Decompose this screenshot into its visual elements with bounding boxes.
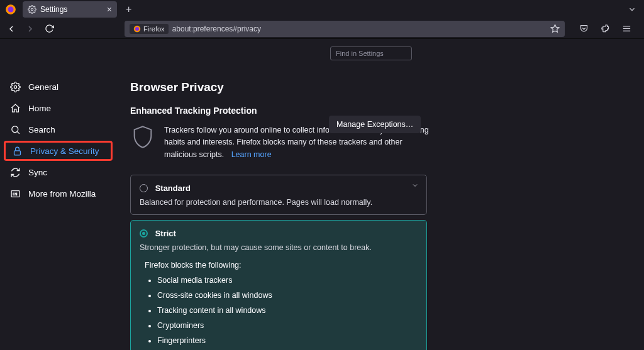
radio-standard[interactable] xyxy=(140,184,148,192)
svg-point-2 xyxy=(31,8,33,11)
svg-marker-5 xyxy=(551,25,559,32)
settings-content: General Home Search Privacy & Security S… xyxy=(0,39,644,350)
forward-icon xyxy=(24,23,36,35)
identity-box[interactable]: Firefox xyxy=(130,24,169,34)
sidebar-label: Home xyxy=(28,104,51,113)
block-item: Cross-site cookies in all windows xyxy=(157,291,418,300)
block-item: Social media trackers xyxy=(157,276,418,285)
nav-toolbar: Firefox about:preferences#privacy xyxy=(0,19,644,39)
settings-sidebar: General Home Search Privacy & Security S… xyxy=(0,39,116,350)
block-item: Fingerprinters xyxy=(157,336,418,345)
option-name: Standard xyxy=(155,183,191,193)
sidebar-item-more-mozilla[interactable]: More from Mozilla xyxy=(4,183,113,204)
sidebar-label: Search xyxy=(28,125,55,134)
firefox-app-icon xyxy=(4,3,18,16)
page-title: Browser Privacy xyxy=(130,80,631,94)
chevron-down-icon[interactable] xyxy=(411,182,419,189)
svg-point-10 xyxy=(12,126,18,132)
option-desc: Balanced for protection and performance.… xyxy=(140,198,418,207)
bookmark-star-icon[interactable] xyxy=(550,24,560,33)
svg-point-9 xyxy=(14,85,16,88)
tab-title: Settings xyxy=(40,5,67,14)
shield-icon xyxy=(130,124,155,150)
gear-icon xyxy=(28,5,36,14)
option-desc: Stronger protection, but may cause some … xyxy=(140,243,418,252)
browser-tab[interactable]: Settings × xyxy=(23,1,117,18)
back-icon[interactable] xyxy=(5,23,18,35)
svg-rect-12 xyxy=(14,150,21,155)
svg-point-4 xyxy=(135,27,139,31)
sidebar-label: Sync xyxy=(28,168,47,177)
radio-strict[interactable] xyxy=(140,229,148,238)
app-menu-icon[interactable] xyxy=(620,23,633,35)
strict-block-list: Social media trackers Cross-site cookies… xyxy=(140,276,418,345)
url-text: about:preferences#privacy xyxy=(172,25,261,33)
settings-main: Find in Settings Browser Privacy Enhance… xyxy=(116,39,644,350)
sidebar-item-home[interactable]: Home xyxy=(4,98,113,118)
tabs-overflow-icon[interactable] xyxy=(628,5,636,14)
svg-point-1 xyxy=(8,7,14,13)
etp-option-strict[interactable]: Strict Stronger protection, but may caus… xyxy=(130,220,427,350)
sidebar-label: General xyxy=(28,82,58,92)
pocket-icon[interactable] xyxy=(577,23,590,35)
manage-exceptions-button[interactable]: Manage Exceptions… xyxy=(329,116,421,133)
learn-more-link[interactable]: Learn more xyxy=(231,150,272,159)
search-placeholder: Find in Settings xyxy=(336,50,384,57)
tab-strip: Settings × + xyxy=(0,0,644,19)
etp-heading: Enhanced Tracking Protection xyxy=(130,106,631,116)
toolbar-right xyxy=(577,23,633,35)
block-item: Cryptominers xyxy=(157,321,418,330)
sidebar-item-privacy-security[interactable]: Privacy & Security xyxy=(4,141,113,161)
blocks-label: Firefox blocks the following: xyxy=(145,261,418,270)
find-in-settings-input[interactable]: Find in Settings xyxy=(330,46,412,60)
extensions-icon[interactable] xyxy=(599,23,611,35)
sidebar-label: Privacy & Security xyxy=(30,146,99,156)
reload-icon[interactable] xyxy=(43,23,55,35)
etp-option-standard[interactable]: Standard Balanced for protection and per… xyxy=(130,175,427,215)
sidebar-item-sync[interactable]: Sync xyxy=(4,162,113,182)
url-bar[interactable]: Firefox about:preferences#privacy xyxy=(125,21,565,37)
sidebar-item-general[interactable]: General xyxy=(4,77,113,97)
new-tab-button[interactable]: + xyxy=(126,4,131,15)
close-tab-icon[interactable]: × xyxy=(107,4,112,14)
sidebar-label: More from Mozilla xyxy=(28,189,96,199)
option-name: Strict xyxy=(155,229,176,238)
svg-line-11 xyxy=(18,131,19,133)
sidebar-item-search[interactable]: Search xyxy=(4,119,113,139)
block-item: Tracking content in all windows xyxy=(157,306,418,315)
identity-label: Firefox xyxy=(143,25,165,33)
